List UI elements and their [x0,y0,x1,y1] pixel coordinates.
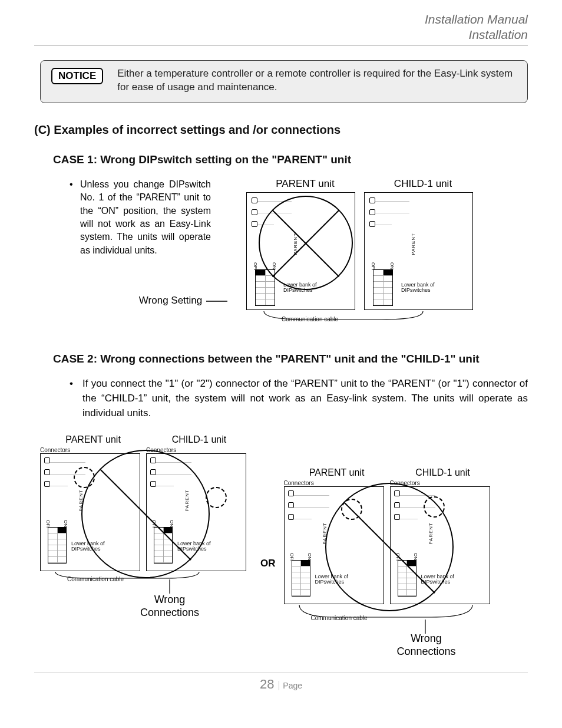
case1-bullet: Unless you change DIPswitch No. 1 of the… [34,178,211,257]
section-heading: (C) Examples of incorrect settings and /… [34,123,528,137]
case1-heading: CASE 1: Wrong DIPswitch setting on the "… [53,152,528,167]
label-child-unit: CHILD-1 unit [364,178,482,190]
prohibited-icon [325,483,454,611]
page-number: 28 Page [34,677,528,692]
page-header: Installation Manual Installation [34,12,528,46]
section-name: Installation [34,27,528,42]
notice-callout: NOTICE Either a temperature controller o… [40,60,528,104]
wrong-setting-label: Wrong Setting [34,295,229,307]
case2-diagrams: PARENT unit CHILD-1 unit Connectors Conn… [40,434,528,651]
or-label: OR [260,558,276,569]
case1-diagram: PARENT unit CHILD-1 unit PARENT OFF ON [246,178,482,328]
wrong-connections-label: Wrong Connections [385,633,468,658]
notice-tag: NOTICE [51,68,103,84]
notice-text: Either a temperature controller or a rem… [117,67,517,95]
wrong-connections-label: Wrong Connections [128,594,211,619]
case1-row: Unless you change DIPswitch No. 1 of the… [34,178,528,328]
case2-heading: CASE 2: Wrong connections between the "P… [53,351,528,367]
manual-title: Installation Manual [34,12,528,27]
footer-rule [34,673,528,673]
label-parent-unit: PARENT unit [246,178,364,190]
prohibited-icon [259,196,353,290]
case2-bullet: If you connect the "1" (or "2") connecto… [34,377,528,420]
prohibited-icon [81,450,210,578]
